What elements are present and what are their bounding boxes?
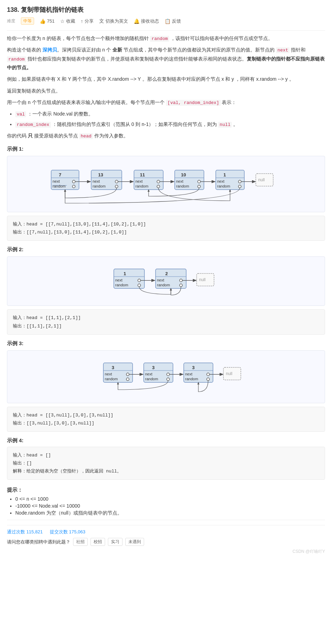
like-icon: 👍 xyxy=(40,18,46,24)
svg-text:next: next xyxy=(176,179,183,183)
svg-point-15 xyxy=(115,185,118,188)
svg-text:random: random xyxy=(115,283,128,287)
difficulty-badge: 中等 xyxy=(21,17,34,25)
lang-icon: 文 xyxy=(99,18,104,24)
like-count: 751 xyxy=(47,18,55,24)
svg-point-13 xyxy=(115,180,118,183)
svg-point-67 xyxy=(126,378,129,381)
toolbar-share[interactable]: ↑ 分享 xyxy=(81,18,94,24)
svg-text:null: null xyxy=(199,277,206,282)
bullet-list: val ：一个表示 Node.val 的整数。 random_index ：随机… xyxy=(15,110,325,129)
example1-diagram: 7 next random 13 next random 11 next xyxy=(7,156,325,212)
desc-para5: 用一个由 n 个节点组成的链表来表示输入/输出中的链表。每个节点用一个 [val… xyxy=(7,98,325,107)
example1-label: 示例 1: xyxy=(7,146,325,152)
all-new-bold: 全新 xyxy=(112,47,122,53)
hint-0: 0 <= n <= 1000 xyxy=(15,496,325,502)
feedback-icon: 📋 xyxy=(165,18,171,24)
example3-output-line: 输出：[[3,null],[3,0],[3,null]] xyxy=(13,419,319,427)
code-head: head xyxy=(79,133,93,139)
svg-point-65 xyxy=(126,373,129,376)
svg-text:3: 3 xyxy=(112,365,114,370)
svg-point-31 xyxy=(198,185,200,188)
svg-text:null: null xyxy=(258,177,265,182)
example2-input-line: 输入：head = [[1,1],[2,1]] xyxy=(13,314,319,322)
tag-btn-shezhaou[interactable]: 社招 xyxy=(73,538,88,546)
question-text: 请问您在哪类招聘中遇到此题？ xyxy=(7,539,70,545)
svg-text:next: next xyxy=(185,372,192,376)
hint-1: -10000 <= Node.val <= 10000 xyxy=(15,503,325,509)
code-next: next xyxy=(276,47,290,53)
code-random: random xyxy=(150,36,169,42)
title-row: 138. 复制带随机指针的链表 xyxy=(7,6,325,14)
feedback-label: 反馈 xyxy=(172,18,181,24)
star-icon: ☆ xyxy=(60,18,65,24)
svg-text:7: 7 xyxy=(59,172,61,177)
example1-code: 输入：head = [[7,null],[13,0],[11,4],[10,2]… xyxy=(7,216,325,241)
svg-point-81 xyxy=(207,373,210,376)
svg-text:10: 10 xyxy=(181,172,186,177)
submit-label: 提交次数 xyxy=(50,529,68,534)
desc-para4: 返回复制链表的头节点。 xyxy=(7,87,325,95)
tag-btn-not-met[interactable]: 未遇到 xyxy=(125,538,144,546)
svg-text:random: random xyxy=(217,184,230,188)
svg-text:random: random xyxy=(135,184,148,188)
no-point-to-original: 复制链表中的指针都不应指向原链表中的节点。 xyxy=(7,56,325,70)
example2-svg: 1 next random 2 next random null xyxy=(103,264,229,299)
svg-point-47 xyxy=(138,279,141,282)
hints-list: 0 <= n <= 1000 -10000 <= Node.val <= 100… xyxy=(15,496,325,516)
tag-btn-xiaozhaou[interactable]: 校招 xyxy=(90,538,105,546)
svg-text:next: next xyxy=(145,372,152,376)
submit-value: 175,063 xyxy=(69,529,85,534)
deepcopy-link[interactable]: 深拷贝 xyxy=(42,47,57,53)
example2-output-line: 输出：[[1,1],[2,1]] xyxy=(13,322,319,330)
example3-svg: 3 next random 3 next random 3 next rando… xyxy=(86,358,246,396)
description-section: 给你一个长度为 n 的链表，每个节点包含一个额外增加的随机指针 random ，… xyxy=(7,34,325,140)
svg-point-21 xyxy=(157,180,160,183)
toolbar-switch-lang[interactable]: 文 切换为英文 xyxy=(99,18,128,24)
example4-label: 示例 4: xyxy=(7,437,325,444)
svg-text:random: random xyxy=(157,283,170,287)
toolbar: 难度 中等 👍 751 ☆ 收藏 ↑ 分享 文 切换为英文 🔔 接收动态 📋 反… xyxy=(7,17,325,25)
pass-value: 115,821 xyxy=(26,529,43,534)
toolbar-collect[interactable]: ☆ 收藏 xyxy=(60,18,75,24)
notify-label: 接收动态 xyxy=(141,18,159,24)
svg-point-4 xyxy=(72,180,75,183)
share-label: 分享 xyxy=(85,18,94,24)
code-random-index: random_index xyxy=(15,122,51,128)
pass-count-item: 通过次数 115,821 xyxy=(7,529,43,535)
share-icon: ↑ xyxy=(81,18,83,24)
svg-point-55 xyxy=(180,279,182,282)
example1-output-line: 输出：[[7,null],[13,0],[11,4],[10,2],[1,0]] xyxy=(13,228,319,236)
svg-text:random: random xyxy=(53,184,65,188)
toolbar-like[interactable]: 👍 751 xyxy=(40,18,55,24)
svg-text:next: next xyxy=(157,278,164,282)
code-null: null xyxy=(218,122,232,128)
question-row: 请问您在哪类招聘中遇到此题？ 社招 校招 实习 未遇到 xyxy=(7,538,325,546)
switch-lang-label: 切换为英文 xyxy=(105,18,128,24)
toolbar-notify[interactable]: 🔔 接收动态 xyxy=(134,18,159,24)
hints-section: 提示： 0 <= n <= 1000 -10000 <= Node.val <=… xyxy=(7,487,325,516)
svg-text:next: next xyxy=(115,278,122,282)
svg-text:1: 1 xyxy=(124,271,126,276)
svg-text:3: 3 xyxy=(152,365,155,370)
desc-para3: 例如，如果原链表中有 X 和 Y 两个节点，其中 X.random --> Y … xyxy=(7,75,325,84)
bell-icon: 🔔 xyxy=(134,18,140,24)
hint-2: Node.random 为空（null）或指向链表中的节点。 xyxy=(15,510,325,516)
toolbar-feedback[interactable]: 📋 反馈 xyxy=(165,18,181,24)
svg-text:null: null xyxy=(226,371,232,376)
svg-text:random: random xyxy=(185,377,198,381)
svg-text:next: next xyxy=(105,372,112,376)
hints-label: 提示： xyxy=(7,487,325,493)
page-container: 138. 复制带随机指针的链表 难度 中等 👍 751 ☆ 收藏 ↑ 分享 文 … xyxy=(0,0,332,560)
svg-point-23 xyxy=(157,185,160,188)
svg-point-83 xyxy=(207,378,210,381)
bullet-item-1: random_index ：随机指针指向的节点索引（范围从 0 到 n-1）；如… xyxy=(15,120,325,129)
example3-code: 输入：head = [[3,null],[3,0],[3,null]] 输出：[… xyxy=(7,407,325,432)
tag-btn-shixi[interactable]: 实习 xyxy=(108,538,122,546)
example1-input-line: 输入：head = [[7,null],[13,0],[11,4],[10,2]… xyxy=(13,220,319,228)
bullet-item-0: val ：一个表示 Node.val 的整数。 xyxy=(15,110,325,118)
svg-point-29 xyxy=(198,180,200,183)
example1-svg: 7 next random 13 next random 11 next xyxy=(48,163,284,205)
svg-text:random: random xyxy=(105,377,118,381)
example2-code: 输入：head = [[1,1],[2,1]] 输出：[[1,1],[2,1]] xyxy=(7,309,325,334)
